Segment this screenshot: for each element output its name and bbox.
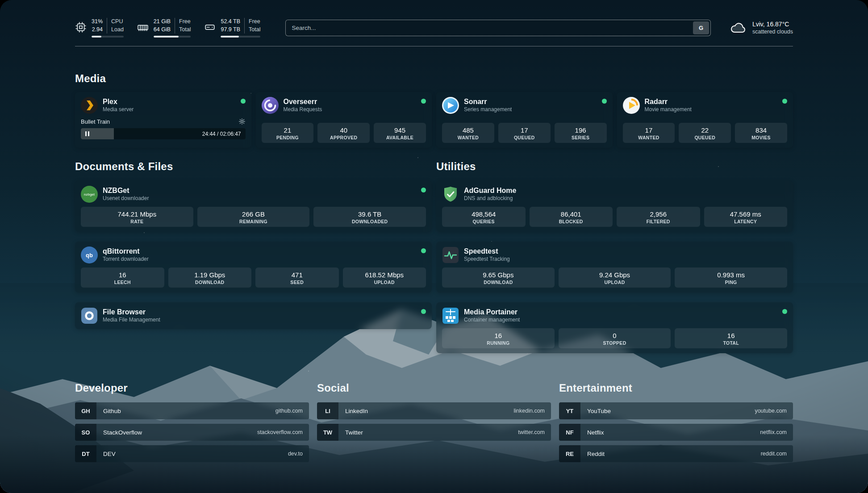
bookmark-stackoverflow[interactable]: SO StackOverflow stackoverflow.com — [75, 424, 309, 441]
disk-total-value: 97.9 TB — [221, 26, 240, 34]
stat-wanted: 17 WANTED — [623, 123, 675, 143]
cpu-usage-value: 31% — [92, 18, 103, 26]
overseerr-title: Overseerr — [284, 97, 322, 106]
nzbget-subtitle: Usenet downloader — [103, 195, 149, 202]
service-card-radarr[interactable]: Radarr Movie management 17 WANTED 22 QUE… — [617, 92, 793, 148]
bookmark-reddit[interactable]: RE Reddit reddit.com — [559, 445, 793, 462]
stat-queued: 22 QUEUED — [679, 123, 731, 143]
stat-latency: 47.569 ms LATENCY — [704, 207, 788, 227]
dashboard-screen: 31% 2.94 CPU Load — [0, 0, 868, 493]
plex-now-playing: Bullet Train — [81, 118, 110, 125]
disk-free-value: 52.4 TB — [221, 18, 240, 26]
top-bar: 31% 2.94 CPU Load — [75, 16, 793, 39]
stat-upload: 618.52 Mbps UPLOAD — [343, 267, 426, 288]
service-card-portainer[interactable]: Media Portainer Container management 16 … — [436, 302, 793, 353]
weather-widget: Lviv, 16.87°C scattered clouds — [730, 21, 793, 35]
bookmark-dev[interactable]: DT DEV dev.to — [75, 445, 309, 462]
stat-ping: 0.993 ms PING — [675, 267, 787, 288]
service-card-speedtest[interactable]: Speedtest Speedtest Tracking 9.65 Gbps D… — [436, 242, 793, 292]
adguard-icon — [442, 186, 459, 203]
stat-blocked: 86,401 BLOCKED — [530, 207, 613, 227]
service-card-overseerr[interactable]: Overseerr Media Requests 21 PENDING 40 A… — [256, 92, 432, 148]
settings-icon[interactable] — [238, 118, 246, 125]
cpu-icon — [75, 21, 87, 33]
stat-rate: 744.21 Mbps RATE — [81, 207, 193, 227]
stat-seed: 471 SEED — [255, 267, 339, 288]
adguard-subtitle: DNS and adblocking — [464, 195, 516, 202]
stat-queued: 17 QUEUED — [498, 123, 551, 143]
speedtest-icon — [442, 246, 459, 263]
reddit-badge: RE — [559, 445, 580, 462]
service-card-plex[interactable]: Plex Media server Bullet Train — [75, 92, 251, 148]
bookmark-github[interactable]: GH Github github.com — [75, 402, 309, 419]
adguard-title: AdGuard Home — [464, 186, 516, 195]
overseerr-status-dot — [421, 99, 426, 104]
qbittorrent-status-dot — [421, 248, 426, 253]
pause-icon[interactable] — [85, 131, 89, 136]
cpu-widget: 31% 2.94 CPU Load — [75, 18, 124, 38]
developer-heading: Developer — [75, 382, 309, 394]
github-badge: GH — [75, 402, 96, 419]
stat-stopped: 0 STOPPED — [559, 328, 671, 349]
youtube-badge: YT — [559, 402, 580, 419]
service-card-adguard[interactable]: AdGuard Home DNS and adblocking 498,564 … — [436, 181, 793, 232]
entertainment-heading: Entertainment — [559, 382, 793, 394]
ram-widget: 21 GiB 64 GiB Free Total — [137, 18, 191, 38]
filebrowser-status-dot — [421, 309, 426, 314]
stackoverflow-badge: SO — [75, 424, 96, 441]
search-input[interactable] — [285, 20, 711, 36]
service-card-nzbget[interactable]: nzbget NZBGet Usenet downloader 744.21 M… — [75, 181, 432, 232]
plex-status-dot — [241, 99, 246, 104]
bookmark-twitter[interactable]: TW Twitter twitter.com — [317, 424, 551, 441]
stat-upload: 9.24 Gbps UPLOAD — [559, 267, 671, 288]
documents-heading: Documents & Files — [75, 160, 432, 173]
stat-leech: 16 LEECH — [81, 267, 164, 288]
radarr-title: Radarr — [645, 97, 692, 106]
svg-text:nzbget: nzbget — [84, 192, 95, 196]
portainer-title: Media Portainer — [464, 308, 520, 317]
qbittorrent-icon: qb — [81, 246, 98, 263]
topbar-divider — [75, 46, 793, 46]
filebrowser-subtitle: Media File Management — [103, 317, 160, 324]
cpu-load-label: Load — [111, 26, 124, 34]
speedtest-title: Speedtest — [464, 247, 510, 256]
plex-subtitle: Media server — [103, 106, 134, 113]
service-card-qbittorrent[interactable]: qb qBittorrent Torrent downloader 16 LEE… — [75, 242, 432, 292]
disk-usage-bar — [221, 36, 260, 38]
media-heading: Media — [75, 72, 793, 85]
linkedin-badge: LI — [317, 402, 338, 419]
weather-location: Lviv, 16.87°C — [752, 21, 793, 28]
disk-total-label: Total — [249, 26, 260, 34]
service-card-sonarr[interactable]: Sonarr Series management 485 WANTED 17 Q… — [436, 92, 613, 148]
dev-badge: DT — [75, 445, 96, 462]
cloud-icon — [730, 21, 747, 34]
stat-remaining: 266 GB REMAINING — [197, 207, 310, 227]
bookmark-linkedin[interactable]: LI LinkedIn linkedin.com — [317, 402, 551, 419]
weather-condition: scattered clouds — [752, 29, 793, 35]
netflix-badge: NF — [559, 424, 580, 441]
nzbget-icon: nzbget — [81, 186, 98, 203]
plex-icon — [81, 97, 98, 114]
section-developer: Developer GH Github github.com SO StackO… — [75, 382, 309, 467]
snow-specks — [0, 0, 1, 1]
stat-total: 16 TOTAL — [675, 328, 787, 349]
sonarr-icon — [442, 97, 459, 114]
section-utilities: Utilities AdGuard — [436, 160, 793, 363]
service-card-filebrowser[interactable]: File Browser Media File Management — [75, 302, 432, 329]
bookmark-netflix[interactable]: NF Netflix netflix.com — [559, 424, 793, 441]
twitter-badge: TW — [317, 424, 338, 441]
social-heading: Social — [317, 382, 551, 394]
stat-approved: 40 APPROVED — [317, 123, 370, 143]
utilities-heading: Utilities — [436, 160, 793, 173]
search-bar: G — [285, 20, 711, 36]
plex-progress-bar[interactable]: 24:44 / 02:06:47 — [81, 128, 246, 139]
bookmark-youtube[interactable]: YT YouTube youtube.com — [559, 402, 793, 419]
search-provider-button[interactable]: G — [693, 21, 709, 34]
nzbget-title: NZBGet — [103, 186, 149, 195]
stat-pending: 21 PENDING — [262, 123, 314, 143]
section-entertainment: Entertainment YT YouTube youtube.com NF … — [559, 382, 793, 467]
section-documents: Documents & Files nzbget NZBGet Usenet d… — [75, 160, 432, 363]
speedtest-subtitle: Speedtest Tracking — [464, 256, 510, 263]
sonarr-status-dot — [602, 99, 607, 104]
portainer-subtitle: Container management — [464, 317, 520, 324]
